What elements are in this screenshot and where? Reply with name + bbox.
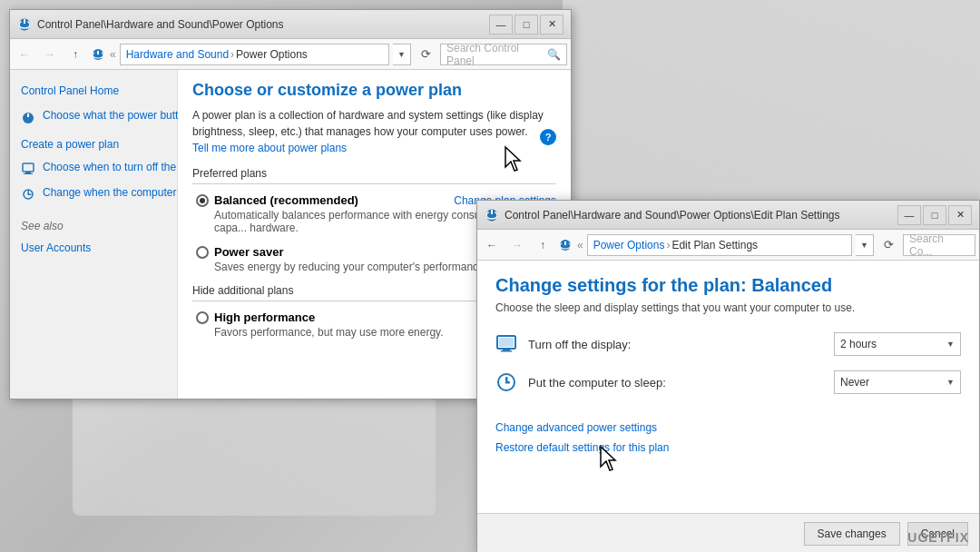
title-bar-text-edit: Control Panel\Hardware and Sound\Power O… bbox=[505, 209, 897, 222]
svg-rect-5 bbox=[27, 113, 29, 117]
edit-plan-desc: Choose the sleep and display settings th… bbox=[495, 301, 961, 314]
breadcrumb-hardware[interactable]: Hardware and Sound bbox=[126, 48, 229, 61]
change-advanced-link[interactable]: Change advanced power settings bbox=[495, 421, 961, 434]
title-bar-text-power: Control Panel\Hardware and Sound\Power O… bbox=[37, 18, 489, 31]
sidebar: Control Panel Home Choose what the power… bbox=[10, 70, 178, 399]
help-button[interactable]: ? bbox=[540, 129, 556, 145]
breadcrumb-separator-edit: › bbox=[666, 239, 670, 251]
edit-plan-window: Control Panel\Hardware and Sound\Power O… bbox=[476, 200, 980, 552]
forward-button[interactable]: → bbox=[39, 44, 61, 65]
window-footer-edit: Save changes Cancel bbox=[477, 513, 979, 552]
see-also-label: See also bbox=[10, 207, 177, 236]
search-placeholder-edit: Search Co... bbox=[909, 232, 969, 258]
plan-high-perf-name: High performance bbox=[214, 310, 315, 324]
address-dropdown[interactable]: ▼ bbox=[393, 44, 411, 65]
restore-defaults-link[interactable]: Restore default settings for this plan bbox=[495, 441, 961, 454]
refresh-button[interactable]: ⟳ bbox=[415, 44, 436, 65]
sleep-icon bbox=[495, 371, 517, 393]
turn-off-display-select[interactable]: 2 hours ▼ bbox=[834, 332, 961, 356]
turn-off-display-value: 2 hours bbox=[840, 338, 877, 350]
title-bar-buttons: — □ ✕ bbox=[489, 15, 564, 34]
sleep-select[interactable]: Never ▼ bbox=[834, 370, 961, 394]
window-icon-edit bbox=[485, 208, 499, 222]
back-button[interactable]: ← bbox=[14, 44, 35, 65]
radio-balanced[interactable] bbox=[196, 194, 209, 207]
title-bar-edit-plan: Control Panel\Hardware and Sound\Power O… bbox=[477, 201, 979, 230]
search-placeholder: Search Control Panel bbox=[446, 42, 544, 67]
address-bar-edit: ← → ↑ « Power Options › Edit Plan Settin… bbox=[477, 230, 979, 261]
svg-rect-6 bbox=[23, 163, 34, 172]
sleeps-icon bbox=[21, 185, 35, 203]
sidebar-item-home[interactable]: Control Panel Home bbox=[10, 79, 177, 103]
svg-rect-17 bbox=[503, 349, 510, 350]
address-path-edit[interactable]: Power Options › Edit Plan Settings bbox=[587, 234, 852, 256]
breadcrumb-icon bbox=[90, 46, 106, 63]
svg-rect-18 bbox=[501, 350, 512, 352]
monitor-icon bbox=[495, 333, 517, 355]
maximize-button-edit[interactable]: □ bbox=[923, 205, 946, 225]
breadcrumb-power-options: Power Options bbox=[236, 48, 308, 61]
svg-rect-3 bbox=[97, 51, 99, 54]
sidebar-item-user-accounts[interactable]: User Accounts bbox=[10, 236, 177, 260]
title-bar-buttons-edit: — □ ✕ bbox=[897, 205, 972, 225]
svg-rect-7 bbox=[25, 172, 31, 173]
watermark: UGETFIX bbox=[907, 530, 969, 545]
search-box-edit[interactable]: Search Co... bbox=[903, 234, 975, 256]
window-icon-power bbox=[17, 17, 32, 32]
minimize-button[interactable]: — bbox=[489, 15, 513, 34]
tell-me-more-link[interactable]: Tell me more about power plans bbox=[192, 142, 347, 154]
plan-power-saver-label-row: Power saver bbox=[196, 245, 284, 259]
preferred-plans-header: Preferred plans bbox=[192, 167, 556, 184]
address-path[interactable]: Hardware and Sound › Power Options bbox=[120, 44, 389, 65]
power-buttons-icon bbox=[21, 109, 35, 127]
sleep-value: Never bbox=[840, 376, 869, 389]
svg-rect-10 bbox=[28, 191, 30, 194]
turn-off-display-arrow: ▼ bbox=[946, 340, 955, 349]
minimize-button-edit[interactable]: — bbox=[897, 205, 921, 225]
breadcrumb-power-options-edit[interactable]: Power Options bbox=[593, 239, 665, 251]
refresh-button-edit[interactable]: ⟳ bbox=[877, 234, 899, 256]
svg-rect-8 bbox=[24, 173, 33, 174]
plan-power-saver-name: Power saver bbox=[214, 245, 284, 259]
main-content-edit: Change settings for the plan: Balanced C… bbox=[477, 261, 979, 513]
back-button-edit[interactable]: ← bbox=[481, 234, 503, 256]
address-bar-power: ← → ↑ « Hardware and Sound › Power Optio… bbox=[10, 39, 571, 70]
up-button-edit[interactable]: ↑ bbox=[532, 234, 554, 256]
sidebar-item-turn-off[interactable]: Choose when to turn off the display bbox=[19, 158, 177, 180]
sidebar-item-create-plan[interactable]: Create a power plan bbox=[10, 133, 177, 156]
close-button[interactable]: ✕ bbox=[540, 15, 564, 34]
plan-balanced-name: Balanced (recommended) bbox=[214, 193, 358, 207]
breadcrumb-edit-plan: Edit Plan Settings bbox=[671, 239, 758, 251]
address-dropdown-edit[interactable]: ▼ bbox=[856, 234, 874, 256]
close-button-edit[interactable]: ✕ bbox=[948, 205, 972, 225]
plan-high-perf-label-row: High performance bbox=[196, 310, 315, 324]
edit-plan-title: Change settings for the plan: Balanced bbox=[495, 275, 961, 296]
search-icon: 🔍 bbox=[547, 48, 561, 61]
radio-high-performance[interactable] bbox=[196, 311, 209, 324]
main-title-power: Choose or customize a power plan bbox=[192, 81, 556, 100]
breadcrumb-icon-edit bbox=[557, 237, 573, 253]
radio-power-saver[interactable] bbox=[196, 246, 209, 259]
sleep-arrow: ▼ bbox=[946, 378, 955, 387]
forward-button-edit[interactable]: → bbox=[506, 234, 528, 256]
up-button[interactable]: ↑ bbox=[64, 44, 86, 65]
plan-balanced-label-row: Balanced (recommended) bbox=[196, 193, 358, 207]
svg-rect-15 bbox=[564, 242, 566, 245]
maximize-button[interactable]: □ bbox=[514, 15, 538, 34]
turn-off-display-row: Turn off the display: 2 hours ▼ bbox=[495, 332, 961, 356]
breadcrumb-sep-edit: « bbox=[577, 239, 583, 251]
save-changes-button[interactable]: Save changes bbox=[804, 522, 900, 546]
breadcrumb-sep1: « bbox=[110, 48, 116, 61]
title-bar-power-options: Control Panel\Hardware and Sound\Power O… bbox=[10, 10, 571, 39]
sleep-label: Put the computer to sleep: bbox=[528, 376, 823, 389]
sleep-row: Put the computer to sleep: Never ▼ bbox=[495, 370, 961, 394]
edit-links: Change advanced power settings Restore d… bbox=[495, 412, 961, 454]
sidebar-item-power-buttons[interactable]: Choose what the power buttons do bbox=[19, 106, 177, 129]
svg-rect-22 bbox=[505, 381, 510, 384]
breadcrumb-separator: › bbox=[230, 48, 234, 61]
svg-rect-19 bbox=[499, 338, 514, 347]
svg-rect-1 bbox=[24, 19, 25, 24]
search-box[interactable]: Search Control Panel 🔍 bbox=[440, 44, 567, 65]
sidebar-item-computer-sleeps[interactable]: Change when the computer sleeps bbox=[19, 183, 177, 205]
turn-off-display-label: Turn off the display: bbox=[528, 338, 823, 351]
